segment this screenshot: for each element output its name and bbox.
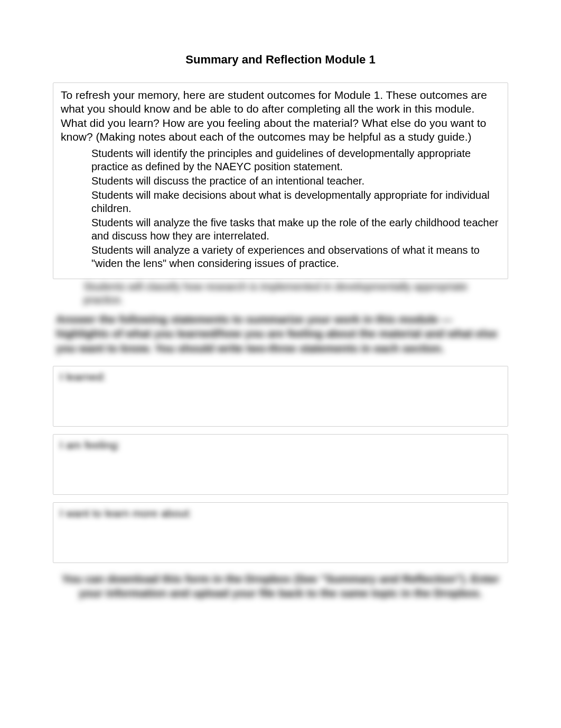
- outcome-item: Students will make decisions about what …: [91, 189, 500, 215]
- want-field[interactable]: I want to learn more about:: [53, 502, 508, 563]
- blurred-content: Students will classify how research is i…: [53, 280, 508, 355]
- page-title: Summary and Reflection Module 1: [53, 53, 508, 67]
- outcome-item: Students will analyze the five tasks tha…: [91, 216, 500, 243]
- intro-container: To refresh your memory, here are student…: [53, 82, 508, 279]
- learned-field[interactable]: I learned:: [53, 366, 508, 427]
- reflection-form: I learned: I am feeling: I want to learn…: [53, 366, 508, 563]
- outcome-item: Students will identify the principles an…: [91, 147, 500, 173]
- outcome-item: Students will discuss the practice of an…: [91, 174, 500, 188]
- intro-text: To refresh your memory, here are student…: [61, 88, 500, 144]
- footer-note: You can download this form in the Dropbo…: [53, 572, 508, 601]
- blurred-instruction-text: Answer the following statements to summa…: [53, 312, 508, 355]
- outcomes-list: Students will identify the principles an…: [61, 147, 500, 270]
- feeling-field[interactable]: I am feeling:: [53, 434, 508, 495]
- learned-label: I learned:: [60, 371, 106, 383]
- blurred-outcome-text: Students will classify how research is i…: [53, 280, 508, 307]
- outcome-item: Students will analyze a variety of exper…: [91, 244, 500, 270]
- want-label: I want to learn more about:: [60, 507, 192, 520]
- feeling-label: I am feeling:: [60, 439, 120, 451]
